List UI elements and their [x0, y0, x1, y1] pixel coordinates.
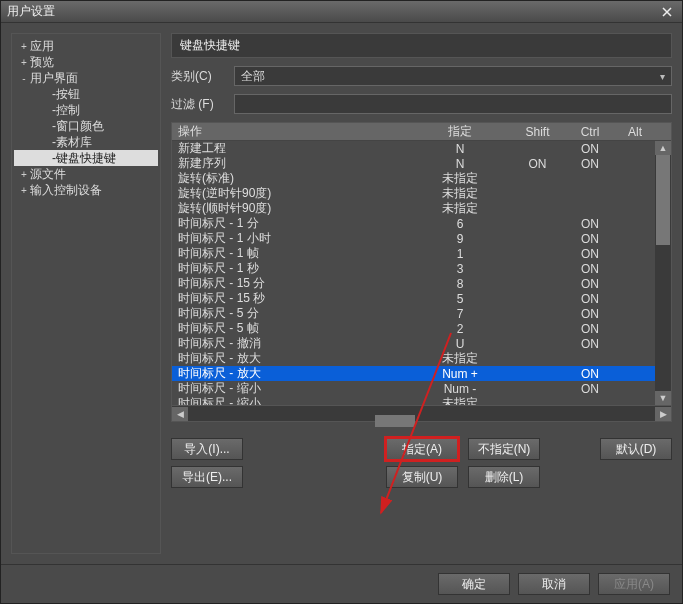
- table-row[interactable]: 时间标尺 - 放大Num +ON: [172, 366, 671, 381]
- table-row[interactable]: 旋转(顺时针90度)未指定: [172, 201, 671, 216]
- expand-icon[interactable]: +: [18, 169, 30, 180]
- cell: N: [410, 157, 510, 171]
- vertical-scrollbar[interactable]: ▲ ▼: [655, 141, 671, 405]
- ok-button[interactable]: 确定: [438, 573, 510, 595]
- cell: 3: [410, 262, 510, 276]
- cell: 6: [410, 217, 510, 231]
- cell: Num +: [410, 367, 510, 381]
- scroll-up-icon[interactable]: ▲: [655, 141, 671, 155]
- category-label: 类别(C): [171, 68, 226, 85]
- table-row[interactable]: 时间标尺 - 5 帧2ON: [172, 321, 671, 336]
- tree-item-label: 键盘快捷键: [56, 150, 116, 167]
- table-row[interactable]: 旋转(逆时针90度)未指定: [172, 186, 671, 201]
- cell: 7: [410, 307, 510, 321]
- tree-item[interactable]: - 窗口颜色: [14, 118, 158, 134]
- tree-item-label: 输入控制设备: [30, 182, 102, 199]
- dialog-footer: 确定 取消 应用(A): [1, 564, 682, 603]
- cell: ON: [565, 247, 615, 261]
- cell: Num -: [410, 382, 510, 396]
- cell: 时间标尺 - 缩小: [172, 395, 410, 405]
- cell: 9: [410, 232, 510, 246]
- cell: 1: [410, 247, 510, 261]
- cell: N: [410, 142, 510, 156]
- col-ctrl[interactable]: Ctrl: [565, 125, 615, 139]
- tree-item[interactable]: -用户界面: [14, 70, 158, 86]
- col-shift[interactable]: Shift: [510, 125, 565, 139]
- scroll-right-icon[interactable]: ▶: [655, 407, 671, 421]
- category-combo[interactable]: 全部: [234, 66, 672, 86]
- apply-button[interactable]: 应用(A): [598, 573, 670, 595]
- scroll-down-icon[interactable]: ▼: [655, 391, 671, 405]
- tree-item[interactable]: - 控制: [14, 102, 158, 118]
- table-row[interactable]: 时间标尺 - 撤消UON: [172, 336, 671, 351]
- hscroll-thumb[interactable]: [375, 415, 415, 427]
- table-row[interactable]: 时间标尺 - 缩小Num -ON: [172, 381, 671, 396]
- tree-item[interactable]: +预览: [14, 54, 158, 70]
- cell: 未指定: [410, 350, 510, 367]
- table-row[interactable]: 新建序列NONON: [172, 156, 671, 171]
- panel-title: 键盘快捷键: [171, 33, 672, 58]
- expand-icon[interactable]: +: [18, 185, 30, 196]
- scroll-left-icon[interactable]: ◀: [172, 407, 188, 421]
- table-row[interactable]: 时间标尺 - 1 秒3ON: [172, 261, 671, 276]
- table-row[interactable]: 新建工程NON: [172, 141, 671, 156]
- cell: 2: [410, 322, 510, 336]
- tree-item[interactable]: - 按钮: [14, 86, 158, 102]
- col-assign[interactable]: 指定: [410, 123, 510, 140]
- expand-icon[interactable]: +: [18, 41, 30, 52]
- tree-item[interactable]: +输入控制设备: [14, 182, 158, 198]
- cell: 未指定: [410, 395, 510, 405]
- cell: ON: [565, 337, 615, 351]
- tree-item[interactable]: - 键盘快捷键: [14, 150, 158, 166]
- import-button[interactable]: 导入(I)...: [171, 438, 243, 460]
- shortcut-table: 操作 指定 Shift Ctrl Alt 新建工程NON新建序列NONON旋转(…: [171, 122, 672, 422]
- horizontal-scrollbar[interactable]: ◀ ▶: [172, 405, 671, 421]
- copy-button[interactable]: 复制(U): [386, 466, 458, 488]
- tree-item-label: 源文件: [30, 166, 66, 183]
- export-button[interactable]: 导出(E)...: [171, 466, 243, 488]
- nav-tree[interactable]: +应用+预览-用户界面- 按钮- 控制- 窗口颜色- 素材库- 键盘快捷键+源文…: [11, 33, 161, 554]
- expand-icon[interactable]: +: [18, 57, 30, 68]
- tree-item-label: 按钮: [56, 86, 80, 103]
- tree-item-label: 窗口颜色: [56, 118, 104, 135]
- table-row[interactable]: 时间标尺 - 15 秒5ON: [172, 291, 671, 306]
- cell: ON: [565, 277, 615, 291]
- delete-button[interactable]: 删除(L): [468, 466, 540, 488]
- tree-item[interactable]: +应用: [14, 38, 158, 54]
- table-body[interactable]: 新建工程NON新建序列NONON旋转(标准)未指定旋转(逆时针90度)未指定旋转…: [172, 141, 671, 405]
- cell: ON: [565, 367, 615, 381]
- tree-item-label: 预览: [30, 54, 54, 71]
- tree-item-label: 应用: [30, 38, 54, 55]
- user-settings-window: 用户设置 +应用+预览-用户界面- 按钮- 控制- 窗口颜色- 素材库- 键盘快…: [0, 0, 683, 604]
- unassign-button[interactable]: 不指定(N): [468, 438, 540, 460]
- default-button[interactable]: 默认(D): [600, 438, 672, 460]
- table-row[interactable]: 时间标尺 - 15 分8ON: [172, 276, 671, 291]
- col-action[interactable]: 操作: [172, 123, 410, 140]
- cell: ON: [565, 157, 615, 171]
- assign-button[interactable]: 指定(A): [386, 438, 458, 460]
- titlebar[interactable]: 用户设置: [1, 1, 682, 23]
- cell: 未指定: [410, 200, 510, 217]
- table-row[interactable]: 时间标尺 - 放大未指定: [172, 351, 671, 366]
- close-icon[interactable]: [658, 4, 676, 20]
- cancel-button[interactable]: 取消: [518, 573, 590, 595]
- tree-item-label: 用户界面: [30, 70, 78, 87]
- table-row[interactable]: 时间标尺 - 1 帧1ON: [172, 246, 671, 261]
- collapse-icon[interactable]: -: [18, 73, 30, 84]
- table-row[interactable]: 时间标尺 - 缩小未指定: [172, 396, 671, 405]
- table-row[interactable]: 时间标尺 - 5 分7ON: [172, 306, 671, 321]
- tree-item[interactable]: +源文件: [14, 166, 158, 182]
- cell: ON: [510, 157, 565, 171]
- col-alt[interactable]: Alt: [615, 125, 655, 139]
- vscroll-thumb[interactable]: [656, 155, 670, 245]
- cell: U: [410, 337, 510, 351]
- table-row[interactable]: 时间标尺 - 1 小时9ON: [172, 231, 671, 246]
- table-row[interactable]: 时间标尺 - 1 分6ON: [172, 216, 671, 231]
- table-row[interactable]: 旋转(标准)未指定: [172, 171, 671, 186]
- cell: ON: [565, 232, 615, 246]
- tree-item[interactable]: - 素材库: [14, 134, 158, 150]
- window-title: 用户设置: [7, 3, 658, 20]
- cell: ON: [565, 217, 615, 231]
- filter-input[interactable]: [234, 94, 672, 114]
- tree-item-label: 控制: [56, 102, 80, 119]
